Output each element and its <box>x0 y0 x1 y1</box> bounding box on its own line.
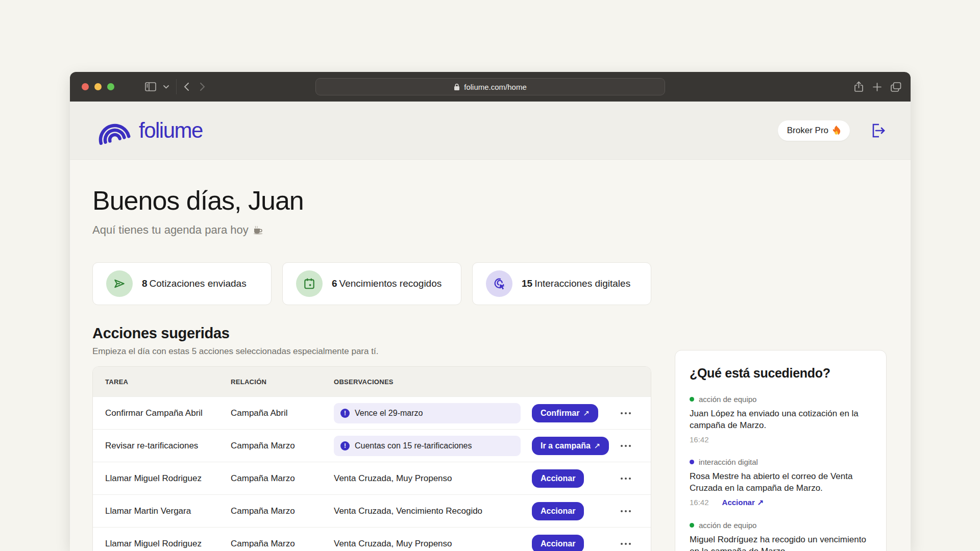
activity-tag: acción de equipo <box>699 521 756 530</box>
zoom-window-button[interactable] <box>107 83 114 90</box>
table-row: Revisar re-tarificaciones Campaña Marzo … <box>93 429 651 462</box>
activity-type-dot <box>690 397 694 402</box>
alert-icon: ! <box>340 409 350 418</box>
new-tab-icon[interactable] <box>873 83 881 91</box>
brand-logo[interactable]: foliume <box>98 116 203 145</box>
activity-type-dot <box>690 460 694 464</box>
share-icon[interactable] <box>854 81 864 92</box>
cell-tarea: Revisar re-tarificaciones <box>93 441 231 451</box>
activity-item: interacción digital Rosa Mestre ha abier… <box>690 458 872 507</box>
cell-observaciones: Venta Cruzada, Vencimiento Recogido <box>334 506 532 516</box>
app-header: foliume Broker Pro <box>70 102 911 160</box>
cell-relacion: Campaña Marzo <box>231 539 334 549</box>
row-menu-button[interactable] <box>618 540 634 548</box>
fire-icon <box>832 126 841 135</box>
main-content: Buenos días, Juan Aquí tienes tu agenda … <box>70 160 911 551</box>
url-bar[interactable]: foliume.com/home <box>315 78 665 95</box>
row-menu-button[interactable] <box>618 474 634 483</box>
sidebar-toggle-icon[interactable] <box>145 82 156 91</box>
chevron-down-icon[interactable] <box>163 85 169 89</box>
stat-label: 6Vencimientos recogidos <box>332 278 442 289</box>
table-row: Llamar Miguel Rodriguez Campaña Marzo Ve… <box>93 462 651 494</box>
stats-row: 8Cotizaciones enviadas 6Vencimientos rec… <box>92 262 651 305</box>
stat-label: 8Cotizaciones enviadas <box>142 278 247 289</box>
logout-icon[interactable] <box>870 123 887 138</box>
close-window-button[interactable] <box>82 83 89 90</box>
table-header: TAREA RELACIÓN OBSERVACIONES <box>93 367 651 396</box>
column-observaciones: OBSERVACIONES <box>334 378 532 386</box>
foliume-logo-icon <box>98 116 132 145</box>
row-action-button[interactable]: Confirmar↗ <box>532 404 598 422</box>
stat-label: 15Interacciones digitales <box>522 278 630 289</box>
table-row: Llamar Miguel Rodriguez Campaña Marzo Ve… <box>93 527 651 551</box>
brand-name: foliume <box>139 118 203 143</box>
browser-chrome: foliume.com/home <box>70 72 911 102</box>
activity-text: Miguel Rodríguez ha recogido un vencimie… <box>690 534 872 551</box>
cell-tarea: Llamar Martin Vergara <box>93 506 231 516</box>
activity-type-dot <box>690 523 694 528</box>
activity-action-link[interactable]: Accionar↗ <box>722 498 764 507</box>
cursor-click-icon <box>486 270 512 297</box>
forward-icon[interactable] <box>200 82 205 91</box>
activity-tag: acción de equipo <box>699 395 756 404</box>
stat-card-cotizaciones: 8Cotizaciones enviadas <box>92 262 272 305</box>
minimize-window-button[interactable] <box>94 83 102 90</box>
row-action-button[interactable]: Accionar <box>532 469 584 488</box>
url-text: foliume.com/home <box>464 83 527 91</box>
calendar-icon <box>296 270 323 297</box>
row-menu-button[interactable] <box>618 442 634 450</box>
cell-tarea: Llamar Miguel Rodriguez <box>93 473 231 484</box>
tabs-icon[interactable] <box>891 82 901 92</box>
alert-icon: ! <box>340 441 350 450</box>
activity-tag: interacción digital <box>699 458 758 466</box>
cell-relacion: Campaña Marzo <box>231 473 334 484</box>
cell-observaciones: ! Vence el 29-marzo <box>334 403 532 423</box>
row-menu-button[interactable] <box>618 507 634 515</box>
cell-tarea: Llamar Miguel Rodriguez <box>93 539 231 549</box>
row-action-button[interactable]: Accionar <box>532 502 584 520</box>
plan-badge-label: Broker Pro <box>787 126 828 136</box>
plan-badge: Broker Pro <box>778 120 850 141</box>
activity-item: acción de equipo Juan López ha enviado u… <box>690 395 872 444</box>
coffee-icon <box>253 226 263 235</box>
actions-title: Acciones sugeridas <box>92 325 230 342</box>
activity-text: Rosa Mestre ha abierto el correo de Vent… <box>690 471 872 494</box>
activity-time: 16:42 <box>690 498 709 507</box>
observation-chip: ! Vence el 29-marzo <box>334 403 521 423</box>
cell-relacion: Campaña Marzo <box>231 506 334 516</box>
stat-card-interacciones: 15Interacciones digitales <box>472 262 651 305</box>
table-row: Llamar Martin Vergara Campaña Marzo Vent… <box>93 494 651 527</box>
column-relacion: RELACIÓN <box>231 378 334 386</box>
page-subtitle: Aquí tienes tu agenda para hoy <box>92 223 263 237</box>
stat-card-vencimientos: 6Vencimientos recogidos <box>282 262 461 305</box>
traffic-lights <box>82 83 114 90</box>
cell-observaciones: ! Cuentas con 15 re-tarificaciones <box>334 436 532 456</box>
column-tarea: TAREA <box>93 378 231 386</box>
cell-relacion: Campaña Marzo <box>231 441 334 451</box>
chrome-divider <box>176 79 177 94</box>
activity-panel: ¿Qué está sucediendo? acción de equipo J… <box>675 350 887 551</box>
cell-observaciones: Venta Cruzada, Muy Propenso <box>334 473 532 484</box>
lock-icon <box>454 83 460 91</box>
activity-time: 16:42 <box>690 435 709 444</box>
activity-title: ¿Qué está sucediendo? <box>690 366 872 381</box>
cell-tarea: Confirmar Campaña Abril <box>93 408 231 418</box>
actions-table: TAREA RELACIÓN OBSERVACIONES Confirmar C… <box>92 366 651 551</box>
page-title: Buenos días, Juan <box>92 185 304 216</box>
activity-text: Juan López ha enviado una cotización en … <box>690 408 872 432</box>
back-icon[interactable] <box>184 82 189 91</box>
activity-item: acción de equipo Miguel Rodríguez ha rec… <box>690 521 872 551</box>
send-icon <box>106 270 133 297</box>
table-row: Confirmar Campaña Abril Campaña Abril ! … <box>93 396 651 429</box>
row-menu-button[interactable] <box>618 409 634 417</box>
row-action-button[interactable]: Ir a campaña↗ <box>532 437 609 455</box>
cell-observaciones: Venta Cruzada, Muy Propenso <box>334 539 532 549</box>
cell-relacion: Campaña Abril <box>231 408 334 418</box>
row-action-button[interactable]: Accionar <box>532 535 584 551</box>
browser-window: foliume.com/home <box>70 72 911 551</box>
observation-chip: ! Cuentas con 15 re-tarificaciones <box>334 436 521 456</box>
actions-subtitle: Empieza el día con estas 5 acciones sele… <box>92 346 378 357</box>
